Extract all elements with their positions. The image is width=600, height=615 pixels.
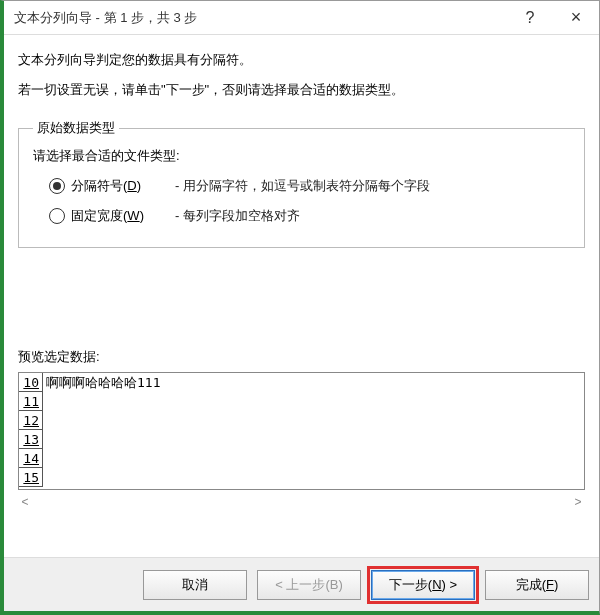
intro-line-1: 文本分列向导判定您的数据具有分隔符。 [18,51,585,69]
row-text [43,411,584,430]
radio-desc: - 用分隔字符，如逗号或制表符分隔每个字段 [175,177,430,195]
group-legend: 原始数据类型 [33,119,119,137]
table-row: 15 [19,468,584,487]
preview-label: 预览选定数据: [18,348,585,366]
intro-line-2: 若一切设置无误，请单击"下一步"，否则请选择最合适的数据类型。 [18,81,585,99]
back-button: < 上一步(B) [257,570,361,600]
titlebar: 文本分列向导 - 第 1 步，共 3 步 ? × [4,1,599,35]
table-row: 13 [19,430,584,449]
scroll-left-icon[interactable]: < [18,495,32,509]
row-number: 13 [19,430,43,449]
row-number: 10 [19,373,43,392]
row-text [43,449,584,468]
table-row: 12 [19,411,584,430]
radio-label: 固定宽度(W) [71,207,169,225]
row-number: 15 [19,468,43,487]
radio-icon [49,178,65,194]
next-button[interactable]: 下一步(N) > [371,570,475,600]
group-prompt: 请选择最合适的文件类型: [33,147,570,165]
radio-delimited[interactable]: 分隔符号(D) - 用分隔字符，如逗号或制表符分隔每个字段 [49,177,570,195]
radio-label: 分隔符号(D) [71,177,169,195]
footer: 取消 < 上一步(B) 下一步(N) > 完成(F) [4,557,599,611]
radio-icon [49,208,65,224]
cancel-button[interactable]: 取消 [143,570,247,600]
row-number: 11 [19,392,43,411]
row-text [43,430,584,449]
table-row: 14 [19,449,584,468]
radio-desc: - 每列字段加空格对齐 [175,207,300,225]
content-area: 文本分列向导判定您的数据具有分隔符。 若一切设置无误，请单击"下一步"，否则请选… [4,35,599,557]
preview-box: 10 啊啊啊哈哈哈哈111 11 12 13 14 15 [18,372,585,490]
row-text [43,468,584,487]
radio-fixed-width[interactable]: 固定宽度(W) - 每列字段加空格对齐 [49,207,570,225]
window-title: 文本分列向导 - 第 1 步，共 3 步 [14,9,507,27]
row-number: 12 [19,411,43,430]
help-icon[interactable]: ? [507,1,553,35]
table-row: 10 啊啊啊哈哈哈哈111 [19,373,584,392]
table-row: 11 [19,392,584,411]
horizontal-scrollbar[interactable]: < > [18,492,585,512]
finish-button[interactable]: 完成(F) [485,570,589,600]
scroll-right-icon[interactable]: > [571,495,585,509]
wizard-window: 文本分列向导 - 第 1 步，共 3 步 ? × 文本分列向导判定您的数据具有分… [0,0,600,615]
row-text: 啊啊啊哈哈哈哈111 [43,373,584,392]
data-type-group: 原始数据类型 请选择最合适的文件类型: 分隔符号(D) - 用分隔字符，如逗号或… [18,119,585,248]
close-icon[interactable]: × [553,1,599,35]
row-text [43,392,584,411]
row-number: 14 [19,449,43,468]
